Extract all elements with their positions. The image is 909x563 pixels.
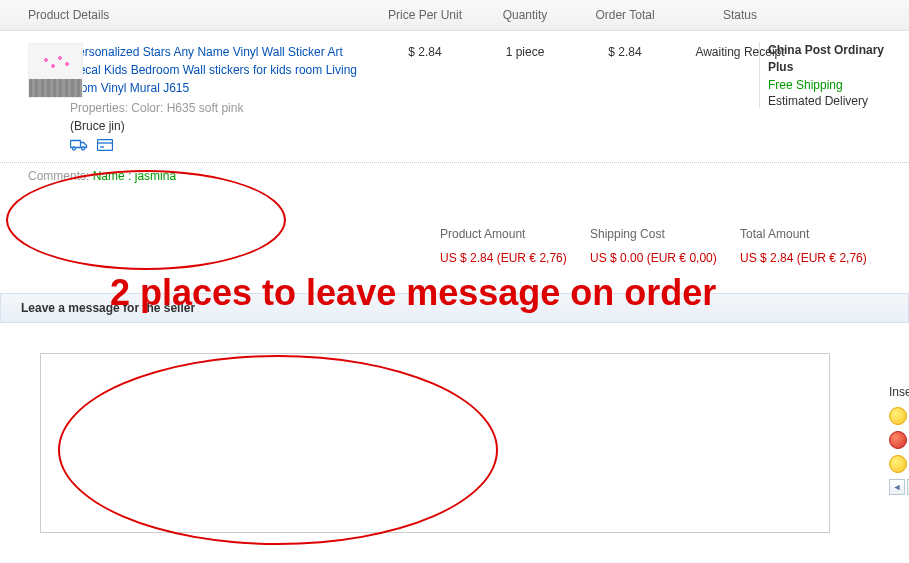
leave-message-header: Leave a message for the seller [0, 293, 909, 323]
total-shipping-label: Shipping Cost [590, 227, 740, 241]
header-price: Price Per Unit [370, 8, 480, 22]
svg-point-1 [73, 147, 76, 150]
insert-emoji-panel: Insert ◄► [889, 385, 909, 495]
insert-title: Insert [889, 385, 909, 399]
shipping-estimated: Estimated Delivery [768, 94, 909, 108]
shipping-info: China Post Ordinary Plus Free Shipping E… [759, 42, 909, 108]
total-shipping-value: US $ 0.00 (EUR € 0,00) [590, 251, 740, 265]
product-title-link[interactable]: Personalized Stars Any Name Vinyl Wall S… [70, 43, 370, 97]
comments-label: Comments: [28, 169, 89, 183]
product-properties: Properties: Color: H635 soft pink [70, 101, 370, 115]
card-icon[interactable] [97, 139, 113, 154]
total-product-value: US $ 2.84 (EUR € 2,76) [440, 251, 590, 265]
truck-icon[interactable] [70, 139, 88, 154]
emoji-laugh-icon[interactable] [889, 431, 907, 449]
header-product: Product Details [0, 8, 370, 22]
total-amount-label: Total Amount [740, 227, 890, 241]
emoji-smile-icon[interactable] [889, 407, 907, 425]
message-textarea[interactable] [40, 353, 830, 533]
emoji-wink-icon[interactable] [889, 455, 907, 473]
svg-point-2 [82, 147, 85, 150]
product-qty: 1 piece [480, 43, 570, 154]
svg-rect-3 [98, 140, 113, 151]
totals-bar: Product Amount US $ 2.84 (EUR € 2,76) Sh… [0, 219, 909, 273]
table-header: Product Details Price Per Unit Quantity … [0, 0, 909, 31]
comments-value: Name : jasmina [93, 169, 176, 183]
emoji-prev-button[interactable]: ◄ [889, 479, 905, 495]
product-total: $ 2.84 [570, 43, 680, 154]
total-amount-value: US $ 2.84 (EUR € 2,76) [740, 251, 890, 265]
product-thumbnail[interactable] [28, 43, 83, 98]
product-seller: (Bruce jin) [70, 119, 370, 133]
total-product-label: Product Amount [440, 227, 590, 241]
header-qty: Quantity [480, 8, 570, 22]
header-total: Order Total [570, 8, 680, 22]
shipping-free: Free Shipping [768, 78, 909, 92]
shipping-carrier: China Post Ordinary Plus [768, 42, 909, 76]
product-price: $ 2.84 [370, 43, 480, 154]
svg-rect-0 [71, 141, 81, 148]
comments-row: Comments: Name : jasmina [0, 162, 909, 189]
header-status: Status [680, 8, 800, 22]
